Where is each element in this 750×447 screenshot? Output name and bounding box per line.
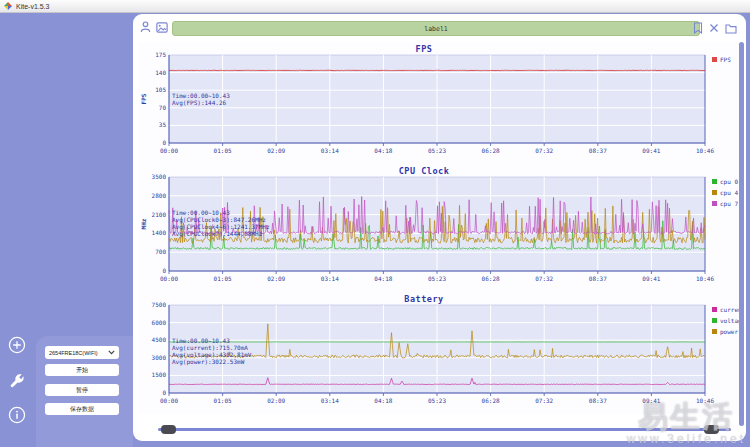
y-tick-label: 0 (162, 267, 166, 274)
y-tick-label: 6000 (152, 319, 167, 326)
legend-swatch (712, 201, 717, 206)
x-tick-label: 04:18 (374, 147, 392, 154)
main-panel: FPS0357010514017500:0001:0502:0903:1404:… (133, 14, 746, 441)
legend-swatch (712, 307, 717, 312)
save-data-button[interactable]: 保存数据 (45, 403, 119, 415)
plus-icon[interactable] (8, 336, 26, 354)
start-button[interactable]: 开始 (45, 364, 119, 376)
x-tick-label: 03:14 (321, 147, 339, 154)
slider-handle-right[interactable] (704, 425, 719, 434)
bookmark-icon[interactable] (693, 22, 703, 34)
chart-title: Battery (139, 294, 709, 304)
window-titlebar: Kite-v1.5.3 (0, 0, 750, 13)
x-tick-label: 03:14 (321, 275, 339, 282)
x-tick-label: 08:37 (589, 147, 607, 154)
chevron-down-icon (108, 350, 115, 355)
x-tick-label: 05:23 (428, 147, 446, 154)
image-icon[interactable] (156, 22, 168, 33)
slider-handle-left[interactable] (161, 425, 176, 434)
x-tick-label: 04:18 (374, 275, 392, 282)
x-tick-label: 06:28 (482, 275, 500, 282)
x-tick-label: 02:09 (267, 397, 285, 404)
y-tick-label: 2100 (152, 211, 167, 218)
x-tick-label: 01:05 (214, 275, 232, 282)
chart-tooltip: Time:00.00~10.43Avg(current):715.70mAAvg… (172, 337, 251, 365)
y-tick-label: 2800 (152, 192, 167, 199)
legend-swatch (712, 179, 717, 184)
legend-swatch (712, 57, 717, 62)
vertical-scrollbar[interactable] (739, 42, 744, 426)
x-tick-label: 03:14 (321, 397, 339, 404)
x-tick-label: 04:18 (374, 397, 392, 404)
x-tick-label: 02:09 (267, 275, 285, 282)
chart-cpu-clock[interactable]: CPU Clock0700140021002800350000:0001:050… (139, 164, 743, 292)
x-tick-label: 01:05 (214, 147, 232, 154)
charts-container: FPS0357010514017500:0001:0502:0903:1404:… (139, 42, 743, 414)
app-icon (4, 2, 12, 10)
chart-tooltip: Time:00.00~10.43Avg(FPS):144.26 (172, 92, 230, 106)
info-icon[interactable] (8, 406, 26, 424)
y-tick-label: 70 (159, 104, 167, 111)
window-title: Kite-v1.5.3 (16, 0, 49, 13)
legend-label: FPS (720, 56, 731, 63)
y-tick-label: 4500 (152, 336, 167, 343)
chart-title: FPS (139, 44, 709, 54)
x-tick-label: 10:46 (696, 147, 714, 154)
x-tick-label: 08:37 (589, 397, 607, 404)
wrench-icon[interactable] (8, 371, 26, 389)
y-tick-label: 0 (162, 389, 166, 396)
x-tick-label: 01:05 (214, 397, 232, 404)
x-tick-label: 10:46 (696, 275, 714, 282)
legend-swatch (712, 329, 717, 334)
y-tick-label: 700 (155, 248, 166, 255)
user-icon[interactable] (140, 21, 151, 33)
chart-tooltip: Time:00.00~10.43Avg(CPUClock0~3):847.26M… (172, 209, 270, 237)
chart-title: CPU Clock (139, 166, 709, 176)
close-icon[interactable] (709, 23, 719, 33)
x-tick-label: 05:23 (428, 275, 446, 282)
legend-label: cpu 7 (720, 200, 738, 208)
x-tick-label: 09:41 (642, 397, 660, 404)
y-axis-label: FPS (140, 93, 147, 104)
x-tick-label: 02:09 (267, 147, 285, 154)
x-tick-label: 10:46 (696, 397, 714, 404)
device-select-value: 2654FRE18C(WIFI) (49, 350, 98, 356)
legend-swatch (712, 190, 717, 195)
y-tick-label: 1500 (152, 371, 167, 378)
x-tick-label: 00:00 (160, 147, 178, 154)
pause-button[interactable]: 暂停 (45, 384, 119, 396)
device-select[interactable]: 2654FRE18C(WIFI) (45, 346, 119, 359)
folder-icon[interactable] (725, 23, 737, 34)
y-axis-label: MHz (140, 218, 147, 229)
x-tick-label: 00:00 (160, 397, 178, 404)
x-tick-label: 05:23 (428, 397, 446, 404)
y-tick-label: 105 (155, 86, 166, 93)
y-tick-label: 0 (162, 139, 166, 146)
time-range-slider-track[interactable] (158, 428, 731, 431)
x-tick-label: 00:00 (160, 275, 178, 282)
x-tick-label: 07:32 (535, 147, 553, 154)
y-tick-label: 35 (159, 121, 167, 128)
label-input[interactable] (172, 21, 700, 36)
chart-fps[interactable]: FPS0357010514017500:0001:0502:0903:1404:… (139, 42, 743, 164)
x-tick-label: 09:41 (642, 147, 660, 154)
y-tick-label: 140 (155, 69, 166, 76)
legend-swatch (712, 318, 717, 323)
y-tick-label: 1400 (152, 229, 167, 236)
x-tick-label: 06:28 (482, 147, 500, 154)
chart-battery[interactable]: Battery01500300045006000750000:0001:0502… (139, 292, 743, 414)
y-tick-label: 3000 (152, 354, 167, 361)
x-tick-label: 08:37 (589, 275, 607, 282)
x-tick-label: 07:32 (535, 397, 553, 404)
legend-label: power (720, 328, 738, 336)
x-tick-label: 07:32 (535, 275, 553, 282)
x-tick-label: 09:41 (642, 275, 660, 282)
x-tick-label: 06:28 (482, 397, 500, 404)
